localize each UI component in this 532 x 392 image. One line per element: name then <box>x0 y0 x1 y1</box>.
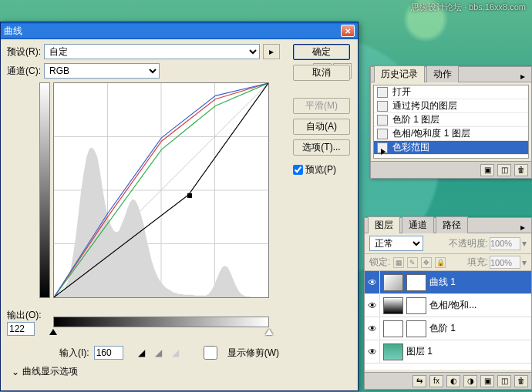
preview-checkbox[interactable]: 预览(P) <box>293 163 350 176</box>
lock-all-icon[interactable]: 🔒 <box>435 257 446 268</box>
new-layer-icon[interactable]: ◫ <box>497 375 511 387</box>
layer-mask-thumb[interactable] <box>406 297 426 314</box>
history-item[interactable]: 打开 <box>374 85 528 99</box>
link-layers-icon[interactable]: ⇆ <box>412 375 426 387</box>
dialog-title: 曲线 <box>4 25 22 38</box>
options-button[interactable]: 选项(T)... <box>293 139 350 156</box>
show-clipping-label: 显示修剪(W) <box>227 347 279 360</box>
curve-display-options-toggle[interactable]: ⌄ 曲线显示选项 <box>12 365 78 378</box>
group-icon[interactable]: ▣ <box>480 375 494 387</box>
new-document-icon[interactable]: ◫ <box>497 164 511 176</box>
layer-thumb[interactable] <box>383 320 403 337</box>
history-item[interactable]: 色相/饱和度 1 图层 <box>374 127 528 141</box>
layer-row[interactable]: 👁色相/饱和... <box>365 294 531 317</box>
cancel-button[interactable]: 取消 <box>293 65 350 81</box>
tab-history[interactable]: 历史记录 <box>374 65 425 82</box>
blend-mode-select[interactable]: 正常 <box>369 236 423 251</box>
preset-select[interactable]: 自定 <box>44 44 260 59</box>
auto-button[interactable]: 自动(A) <box>293 119 350 135</box>
visibility-eye-icon[interactable]: 👁 <box>365 271 380 294</box>
layer-thumb[interactable] <box>383 343 403 360</box>
black-point-marker[interactable] <box>49 329 57 335</box>
layer-style-icon[interactable]: fx <box>429 375 443 387</box>
layer-mask-thumb[interactable] <box>406 320 426 337</box>
show-clipping-checkbox[interactable]: 显示修剪(W) <box>196 346 279 360</box>
layers-panel: 图层 通道 路径 ▸ 正常 不透明度: ▾ 锁定: ▦ ✎ ✥ 🔒 填充: ▾ … <box>364 217 532 390</box>
trash-icon[interactable]: 🗑 <box>514 164 528 176</box>
ok-button[interactable]: 确定 <box>293 44 350 60</box>
chevron-down-icon[interactable]: ▾ <box>522 238 527 249</box>
trash-icon[interactable]: 🗑 <box>514 375 528 387</box>
new-snapshot-icon[interactable]: ▣ <box>480 164 494 176</box>
layer-thumb[interactable] <box>383 297 403 314</box>
input-gradient <box>53 317 269 327</box>
history-item[interactable]: 色阶 1 图层 <box>374 113 528 127</box>
layer-name: 色相/饱和... <box>429 299 476 312</box>
lock-label: 锁定: <box>369 256 390 269</box>
white-eyedropper-icon[interactable]: ◢ <box>170 347 182 359</box>
tab-actions[interactable]: 动作 <box>426 65 459 82</box>
chevron-down-icon[interactable]: ▾ <box>522 257 527 268</box>
history-item-label: 色相/饱和度 1 图层 <box>392 127 470 140</box>
layer-row[interactable]: 👁曲线 1 <box>365 271 531 294</box>
layer-thumb[interactable] <box>383 274 403 291</box>
history-item-label: 色彩范围 <box>392 141 429 154</box>
curves-dialog: 曲线 ✕ 预设(R): 自定 ▸ 通道(C): RGB ∿ ✎ <box>0 22 359 391</box>
history-step-icon <box>377 115 388 126</box>
close-icon[interactable]: ✕ <box>341 25 355 37</box>
curve-editor[interactable] <box>53 82 269 313</box>
history-item[interactable]: 通过拷贝的图层 <box>374 99 528 113</box>
output-label: 输出(O): <box>7 309 42 322</box>
preset-menu-icon[interactable]: ▸ <box>263 44 280 59</box>
curve-control-point[interactable] <box>187 193 192 198</box>
layer-name: 图层 1 <box>406 345 433 358</box>
layer-row[interactable]: 👁图层 1 <box>365 340 531 364</box>
preview-input[interactable] <box>293 165 303 175</box>
channel-select[interactable]: RGB <box>44 63 160 79</box>
history-cursor-icon <box>381 149 386 155</box>
lock-move-icon[interactable]: ✥ <box>421 257 432 268</box>
layers-list[interactable]: 👁曲线 1👁色相/饱和...👁色阶 1👁图层 1 <box>365 271 531 370</box>
history-item[interactable]: 色彩范围 <box>374 141 528 155</box>
gray-eyedropper-icon[interactable]: ◢ <box>153 347 165 359</box>
layer-row[interactable]: 👁色阶 1 <box>365 317 531 340</box>
visibility-eye-icon[interactable]: 👁 <box>365 317 380 340</box>
history-item-label: 色阶 1 图层 <box>392 113 439 126</box>
curve-paths <box>54 83 268 297</box>
visibility-eye-icon[interactable]: 👁 <box>365 294 380 317</box>
output-input-fields: 输出(O): <box>7 309 42 340</box>
input-label: 输入(I): <box>59 347 89 360</box>
show-clipping-input[interactable] <box>196 346 225 360</box>
black-eyedropper-icon[interactable]: ◢ <box>136 347 148 359</box>
tab-paths[interactable]: 路径 <box>436 216 468 233</box>
tab-layers[interactable]: 图层 <box>368 216 400 233</box>
history-item-label: 通过拷贝的图层 <box>392 99 457 112</box>
opacity-label: 不透明度: <box>449 237 488 250</box>
visibility-eye-icon[interactable]: 👁 <box>365 340 380 364</box>
fill-label: 填充: <box>467 256 488 269</box>
disclosure-label: 曲线显示选项 <box>22 365 78 378</box>
input-field[interactable] <box>94 346 123 360</box>
layer-mask-icon[interactable]: ◐ <box>446 375 460 387</box>
history-step-icon <box>377 101 388 112</box>
panel-menu-icon[interactable]: ▸ <box>517 222 529 233</box>
lock-brush-icon[interactable]: ✎ <box>407 257 418 268</box>
history-item-label: 打开 <box>392 85 411 99</box>
layer-mask-thumb[interactable] <box>406 274 426 291</box>
output-field[interactable] <box>7 322 35 336</box>
layer-name: 色阶 1 <box>429 322 456 335</box>
chevron-icon: ⌄ <box>12 367 19 377</box>
panel-menu-icon[interactable]: ▸ <box>517 71 529 82</box>
white-point-marker[interactable] <box>265 329 273 335</box>
lock-transparency-icon[interactable]: ▦ <box>393 257 404 268</box>
history-list[interactable]: 打开通过拷贝的图层色阶 1 图层色相/饱和度 1 图层色彩范围 <box>373 85 529 159</box>
channel-label: 通道(C): <box>7 65 41 78</box>
watermark-text: 思缘设计论坛 · bbs.16xx8.com <box>411 2 526 13</box>
curve-grid[interactable] <box>53 82 269 298</box>
opacity-field[interactable] <box>490 237 520 250</box>
dialog-titlebar[interactable]: 曲线 ✕ <box>1 22 358 39</box>
fill-field[interactable] <box>490 256 520 269</box>
preset-label: 预设(R): <box>7 45 41 59</box>
tab-channels[interactable]: 通道 <box>402 216 434 233</box>
adjustment-layer-icon[interactable]: ◑ <box>463 375 477 387</box>
